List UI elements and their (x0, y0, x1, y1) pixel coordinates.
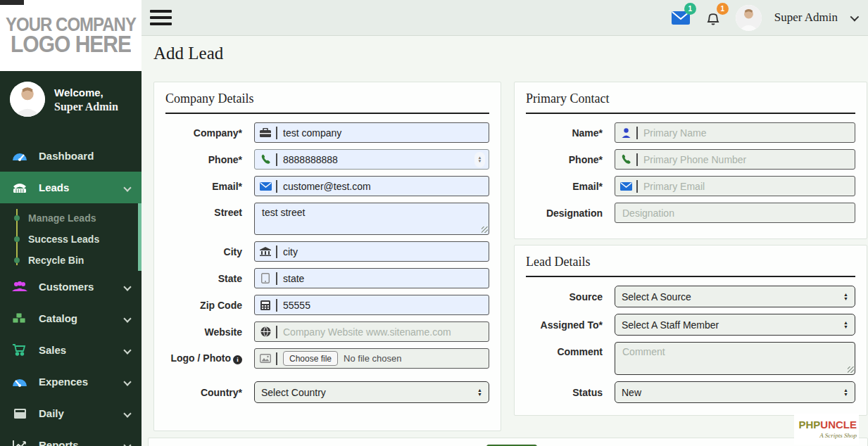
messages-button[interactable]: 1 (671, 8, 691, 27)
watermark-brand-part2: UNCLE (820, 419, 857, 431)
sidebar-item-catalog[interactable]: Catalog (0, 302, 141, 334)
chevron-down-icon (123, 346, 131, 354)
reports-chart-icon (11, 440, 28, 446)
status-select[interactable]: New (615, 381, 855, 403)
sidebar-item-reports[interactable]: Reports (0, 429, 141, 446)
sub-item-label: Success Leads (28, 234, 99, 245)
sidebar-item-manage-leads[interactable]: Manage Leads (0, 208, 138, 229)
watermark-tagline: A Scripts Shop (819, 432, 857, 439)
state-input-box[interactable] (254, 268, 489, 288)
sidebar-user-name: Super Admin (54, 101, 118, 113)
notifications-button[interactable]: 1 (703, 8, 723, 27)
state-input[interactable] (277, 273, 489, 284)
sub-item-label: Recycle Bin (28, 255, 84, 266)
contact-name-input[interactable] (638, 127, 855, 139)
sidebar-item-customers[interactable]: Customers (0, 271, 141, 302)
state-field-label: State (154, 273, 254, 284)
select-arrows-icon (843, 293, 848, 301)
source-select[interactable]: Select A Source (615, 286, 855, 307)
contact-name-input-box[interactable] (615, 122, 855, 143)
user-avatar[interactable] (736, 5, 762, 31)
primary-contact-panel: Primary Contact Name* Phone* Email* (514, 82, 867, 239)
contact-email-field-label: Email* (515, 181, 615, 192)
contact-email-input[interactable] (638, 181, 855, 192)
bullet-icon (14, 215, 20, 221)
bullet-icon (14, 257, 20, 263)
sidebar-item-recycle-bin[interactable]: Recycle Bin (0, 250, 138, 271)
designation-field-label: Designation (515, 208, 615, 219)
envelope-icon (615, 182, 636, 191)
email-input-box[interactable] (254, 176, 489, 196)
city-input-box[interactable] (254, 241, 489, 262)
logo-upload-box[interactable]: Choose file No file chosen (254, 348, 489, 369)
sidebar-item-label: Expences (39, 376, 88, 388)
sidebar: Welcome, Super Admin Dashboard Leads Man… (0, 71, 141, 446)
user-menu-chevron-icon[interactable] (850, 12, 860, 21)
zip-field-label: Zip Code (154, 300, 254, 311)
messages-count-badge: 1 (684, 3, 696, 15)
user-menu-label[interactable]: Super Admin (774, 11, 838, 25)
street-textarea[interactable]: test street (254, 203, 489, 235)
zip-input-box[interactable] (254, 295, 489, 315)
email-input[interactable] (277, 181, 489, 192)
chevron-down-icon (123, 409, 131, 417)
catalog-cubes-icon (11, 312, 28, 324)
website-input[interactable] (277, 326, 489, 338)
country-select[interactable]: Select Country (254, 381, 489, 403)
sales-cart-icon (11, 344, 28, 356)
panel-title: Lead Details (526, 255, 855, 277)
assigned-to-field-label: Assigned To* (515, 319, 615, 331)
choose-file-button[interactable]: Choose file (283, 351, 338, 366)
sidebar-item-leads[interactable]: Leads (0, 172, 141, 203)
assigned-to-select[interactable]: Select A Staff Member (615, 314, 855, 336)
status-field-label: Status (515, 387, 615, 398)
sidebar-item-success-leads[interactable]: Success Leads (0, 229, 138, 250)
city-input[interactable] (277, 246, 489, 257)
contact-phone-input[interactable] (638, 154, 855, 165)
envelope-icon (255, 182, 276, 191)
phone-input[interactable] (277, 154, 474, 165)
comment-textarea[interactable] (615, 342, 855, 375)
designation-input[interactable] (615, 208, 855, 219)
city-field-label: City (154, 246, 254, 257)
sidebar-item-daily[interactable]: Daily (0, 397, 141, 429)
top-bar: 1 1 Super Admin (141, 0, 868, 36)
source-field-label: Source (515, 291, 615, 302)
form-footer-panel (148, 438, 868, 446)
company-input-box[interactable] (254, 122, 489, 143)
image-icon (255, 354, 276, 363)
phone-input-box[interactable] (254, 149, 489, 170)
lead-details-panel: Lead Details Source Select A Source Assi… (514, 245, 867, 416)
sidebar-profile: Welcome, Super Admin (0, 71, 141, 127)
leads-submenu: Manage Leads Success Leads Recycle Bin (0, 203, 141, 271)
email-field-label: Email* (154, 181, 254, 192)
sidebar-item-dashboard[interactable]: Dashboard (0, 140, 141, 172)
contact-email-input-box[interactable] (615, 176, 855, 196)
watermark-brand-part1: PHP (798, 419, 820, 431)
sidebar-item-label: Dashboard (39, 150, 94, 162)
phone-icon (615, 154, 636, 165)
daily-box-icon (11, 408, 28, 419)
chevron-down-icon (123, 283, 131, 291)
globe-icon (255, 326, 276, 337)
number-spinner[interactable] (474, 152, 485, 167)
company-logo: YOUR COMPANY LOGO HERE (0, 0, 141, 71)
sidebar-item-sales[interactable]: Sales (0, 334, 141, 366)
no-file-chosen-text: No file chosen (344, 353, 401, 364)
sidebar-item-label: Catalog (39, 312, 77, 324)
page-title: Add Lead (153, 44, 223, 63)
company-input[interactable] (277, 127, 489, 139)
phone-icon (255, 154, 276, 165)
company-details-panel: Company Details Company* Phone* Email* (153, 82, 501, 431)
hamburger-menu-icon[interactable] (150, 10, 172, 25)
panel-title: Company Details (165, 91, 489, 114)
source-select-value: Select A Source (622, 291, 691, 302)
sidebar-item-expences[interactable]: Expences (0, 366, 141, 397)
website-input-box[interactable] (254, 321, 489, 342)
contact-phone-input-box[interactable] (615, 149, 855, 170)
tablet-icon (255, 273, 276, 283)
zip-input[interactable] (277, 300, 489, 311)
sidebar-item-label: Leads (39, 181, 69, 193)
designation-input-box[interactable] (615, 203, 855, 223)
status-select-value: New (622, 387, 641, 398)
